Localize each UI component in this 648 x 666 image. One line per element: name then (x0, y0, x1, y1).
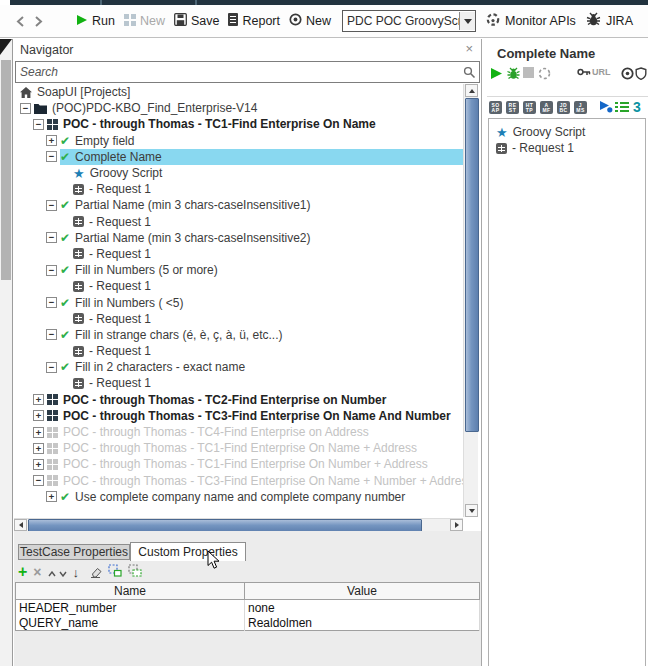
collapse-handle-icon[interactable] (0, 39, 12, 55)
monitor-apis-button[interactable]: Monitor APIs (485, 12, 576, 31)
tree-item[interactable]: −POC - through Thomas - TC3-Find Enterpr… (14, 473, 463, 489)
add-rest-step-button[interactable]: REST (506, 101, 519, 114)
tab-testcase-properties[interactable]: TestCase Properties (18, 544, 130, 560)
tree-item[interactable]: −(POC)PDC-KBO_Find_Enterprise-V14 (14, 100, 463, 116)
delete-property-button[interactable]: × (33, 565, 41, 579)
add-amf-step-button[interactable]: AMF (540, 101, 553, 114)
expander-icon[interactable]: + (46, 491, 57, 502)
run-button[interactable]: Run (76, 12, 115, 30)
property-name-cell[interactable]: QUERY_name (16, 615, 245, 631)
tree-item[interactable]: SoapUI [Projects] (14, 84, 463, 100)
expander-icon[interactable]: − (46, 329, 57, 340)
loop-toggle-button[interactable] (538, 67, 551, 80)
search-input[interactable]: Search (15, 61, 480, 83)
step-list-icon[interactable] (615, 101, 629, 113)
tree-item[interactable]: +POC - through Thomas - TC1-Find Enterpr… (14, 456, 463, 472)
expander-icon[interactable]: − (46, 362, 57, 373)
sort-button[interactable]: ↓ (73, 566, 80, 579)
tree-item[interactable]: −✔Fill in Numbers ( <5) (14, 294, 463, 310)
expander-icon[interactable]: − (33, 475, 44, 486)
scroll-right-button[interactable] (450, 519, 463, 531)
tree-item[interactable]: +POC - through Thomas - TC4-Find Enterpr… (14, 424, 463, 440)
stop-button[interactable] (523, 67, 534, 78)
expander-icon[interactable]: + (46, 135, 57, 146)
left-scrollbar-thumb[interactable] (1, 60, 11, 280)
run-testcase-button[interactable] (490, 67, 503, 80)
forward-button[interactable] (34, 15, 43, 28)
tree-item[interactable]: +POC - through Thomas - TC2-Find Enterpr… (14, 392, 463, 408)
expander-icon[interactable]: − (20, 103, 31, 114)
tree-item[interactable]: −✔Partial Name (min 3 chars-caseInsensit… (14, 230, 463, 246)
tree-item[interactable]: −✔Partial Name (min 3 chars-caseInsensit… (14, 197, 463, 213)
add-property-button[interactable]: + (18, 565, 27, 579)
tree-item-label: POC - through Thomas - TC4-Find Enterpri… (63, 425, 369, 439)
expander-icon[interactable]: − (46, 151, 57, 162)
new-testsuite-button[interactable]: New (124, 12, 165, 30)
tree-item[interactable]: −POC - through Thomas - TC1-Find Enterpr… (14, 116, 463, 132)
tree-item[interactable]: −✔Fill in strange chars (é, è, ç, à, ü, … (14, 327, 463, 343)
record-icon[interactable] (621, 67, 634, 80)
scroll-up-button[interactable] (465, 84, 478, 97)
tree-item[interactable]: +✔Empty field (14, 133, 463, 149)
test-step-item[interactable]: - Request 1 (489, 140, 645, 156)
clear-properties-button[interactable] (89, 567, 102, 578)
back-button[interactable] (16, 15, 25, 28)
tree-item[interactable]: +POC - through Thomas - TC1-Find Enterpr… (14, 440, 463, 456)
scroll-left-button[interactable] (14, 519, 27, 531)
tree-item[interactable]: −✔Fill in 2 characters - exact name (14, 359, 463, 375)
tree-item[interactable]: ★Groovy Script (14, 165, 463, 181)
expander-icon[interactable]: − (46, 232, 57, 243)
shield-icon[interactable] (635, 67, 647, 80)
expander-icon[interactable]: + (33, 394, 44, 405)
tree-item[interactable]: - Request 1 (14, 278, 463, 294)
tree-vertical-scrollbar[interactable] (463, 84, 478, 517)
save-properties-button[interactable] (128, 563, 142, 581)
add-http-step-button[interactable]: HTTP (523, 101, 536, 114)
scroll-down-button[interactable] (465, 504, 478, 517)
tree-item[interactable]: −✔Complete Name (14, 149, 463, 165)
tree-item[interactable]: −✔Fill in Numbers (5 or more) (14, 262, 463, 278)
vertical-scrollbar-thumb[interactable] (465, 98, 479, 432)
run-step-icon[interactable] (599, 100, 613, 113)
debug-bug-icon[interactable] (506, 67, 521, 80)
save-button[interactable]: Save (174, 12, 220, 30)
add-soap-step-button[interactable]: SOAP (489, 101, 502, 114)
jira-button[interactable]: JIRA (585, 12, 633, 30)
expander-icon[interactable]: − (46, 200, 57, 211)
add-jms-step-button[interactable]: JMS (574, 101, 587, 114)
load-properties-button[interactable] (108, 563, 122, 581)
tree-item[interactable]: +POC - through Thomas - TC3-Find Enterpr… (14, 408, 463, 424)
add-jdbc-step-button[interactable]: JDBC (557, 101, 570, 114)
property-name-cell[interactable]: HEADER_number (16, 600, 245, 616)
tab-custom-properties[interactable]: Custom Properties (130, 542, 246, 561)
url-button[interactable]: URL (592, 67, 611, 77)
environment-dropdown[interactable]: PDC POC GroovyScri... (342, 10, 476, 32)
tree-item[interactable]: +✔Use complete company name and complete… (14, 489, 463, 505)
dropdown-arrow-button[interactable] (459, 12, 475, 30)
tree-item[interactable]: - Request 1 (14, 343, 463, 359)
report-button[interactable]: Report (228, 12, 280, 30)
tree-item[interactable]: - Request 1 (14, 311, 463, 327)
expander-icon[interactable]: + (33, 459, 44, 470)
tree-horizontal-scrollbar[interactable] (14, 518, 463, 531)
test-step-item[interactable]: ★Groovy Script (489, 124, 645, 140)
move-down-button[interactable] (59, 563, 67, 581)
expander-icon[interactable]: + (33, 427, 44, 438)
expander-icon[interactable]: + (33, 443, 44, 454)
tree-item[interactable]: - Request 1 (14, 375, 463, 391)
expander-icon[interactable]: − (46, 297, 57, 308)
close-icon[interactable]: × (465, 41, 473, 56)
property-value-cell[interactable]: none (245, 600, 480, 616)
tree-item[interactable]: - Request 1 (14, 214, 463, 230)
expander-icon[interactable]: − (46, 265, 57, 276)
tree-item[interactable]: - Request 1 (14, 246, 463, 262)
expander-icon[interactable]: + (33, 410, 44, 421)
tree-item[interactable]: - Request 1 (14, 181, 463, 197)
move-up-button[interactable] (48, 563, 56, 581)
key-icon[interactable] (577, 67, 591, 77)
clipped-toolbar-icon[interactable]: 3 (633, 99, 641, 115)
property-value-cell[interactable]: Realdolmen (245, 615, 480, 631)
new-project-button[interactable]: New (289, 12, 331, 30)
expander-icon[interactable]: − (33, 119, 44, 130)
left-edge-scrollbar[interactable] (0, 39, 13, 666)
